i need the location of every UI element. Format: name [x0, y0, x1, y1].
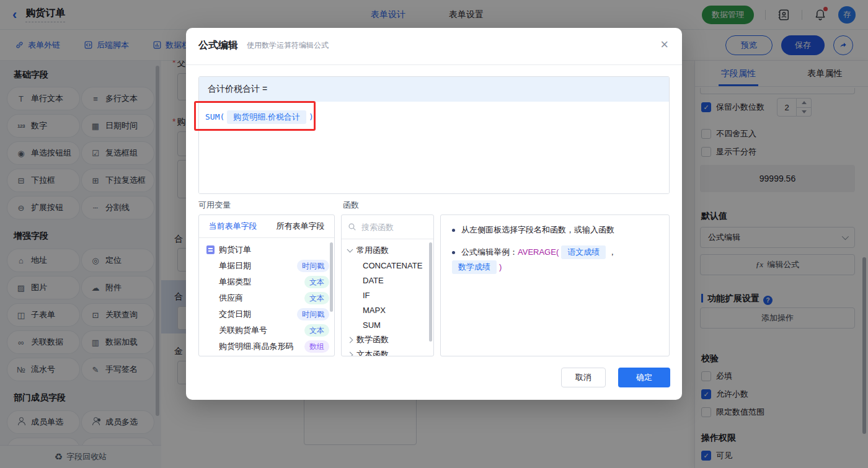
formula-input-area[interactable]: SUM(购货明细.价税合计) [199, 102, 669, 194]
function-group-math[interactable]: 数学函数 [342, 332, 433, 347]
type-badge: 数组 [304, 340, 329, 353]
functions-scrollbar[interactable] [429, 242, 432, 342]
type-badge: 文本 [304, 324, 329, 337]
variable-row[interactable]: 关联购货单号文本 [199, 322, 334, 338]
variable-row[interactable]: 供应商文本 [199, 290, 334, 306]
cancel-button[interactable]: 取消 [561, 368, 606, 387]
type-badge: 时间戳 [297, 308, 329, 320]
variables-scrollbar[interactable] [330, 242, 333, 312]
close-icon[interactable]: × [660, 38, 668, 51]
search-icon [348, 223, 356, 231]
help-example-token: 数学成绩 [452, 260, 497, 274]
bullet-icon [452, 251, 455, 254]
help-example-prefix: 公式编辑举例： [461, 245, 518, 260]
function-item[interactable]: CONCATENATE [342, 258, 433, 273]
formula-target: 合计价税合计 = [199, 77, 669, 102]
variable-row[interactable]: 购货明细.商品条形码数组 [199, 338, 334, 355]
variable-row[interactable]: 单据类型文本 [199, 274, 334, 290]
confirm-button[interactable]: 确定 [618, 368, 670, 387]
variables-tabs: 当前表单字段 所有表单字段 [199, 215, 334, 238]
formula-help-panel: 从左侧面板选择字段名和函数，或输入函数 公式编辑举例： AVERAGE( 语文成… [440, 214, 670, 356]
help-line-1: 从左侧面板选择字段名和函数，或输入函数 [461, 223, 614, 237]
variable-row[interactable]: 单据日期时间戳 [199, 258, 334, 274]
help-example-close: ) [499, 260, 502, 275]
type-badge: 文本 [304, 292, 329, 304]
type-badge: 时间戳 [297, 260, 329, 272]
modal-title: 公式编辑 [198, 39, 238, 52]
formula-edit-modal: 公式编辑 使用数学运算符编辑公式 × 合计价税合计 = SUM(购货明细.价税合… [186, 28, 682, 400]
variables-root[interactable]: 购货订单 [199, 242, 334, 258]
formula-function: SUM( [205, 112, 224, 121]
form-doc-icon [206, 245, 215, 254]
tab-all-form-fields[interactable]: 所有表单字段 [267, 215, 334, 237]
divider [186, 64, 682, 65]
bullet-icon [452, 229, 455, 232]
variables-panel: 当前表单字段 所有表单字段 购货订单 单据日期时间戳 单据类型文本 供应商文本 … [198, 214, 335, 356]
functions-label: 函数 [343, 200, 359, 211]
help-example-token: 语文成绩 [561, 245, 606, 259]
chevron-right-icon [347, 337, 353, 343]
help-example-function: AVERAGE( [518, 245, 559, 260]
tab-current-form-fields[interactable]: 当前表单字段 [199, 215, 267, 237]
formula-field-token[interactable]: 购货明细.价税合计 [227, 110, 306, 124]
function-search [342, 215, 433, 239]
function-item[interactable]: DATE [342, 273, 433, 288]
formula-close-paren: ) [309, 112, 314, 121]
formula-editor: 合计价税合计 = SUM(购货明细.价税合计) [198, 76, 670, 194]
function-item[interactable]: IF [342, 288, 433, 302]
chevron-down-icon [347, 247, 353, 253]
function-item[interactable]: MAPX [342, 302, 433, 317]
function-item[interactable]: SUM [342, 317, 433, 332]
search-input[interactable] [361, 223, 423, 232]
modal-subtitle: 使用数学运算符编辑公式 [247, 40, 329, 51]
chevron-right-icon [347, 351, 353, 356]
variable-row[interactable]: 交货日期时间戳 [199, 306, 334, 322]
functions-panel: 常用函数 CONCATENATE DATE IF MAPX SUM 数学函数 文… [341, 214, 434, 356]
type-badge: 文本 [304, 276, 329, 288]
function-group-text[interactable]: 文本函数 [342, 347, 433, 356]
function-group-common[interactable]: 常用函数 [342, 243, 433, 258]
variables-label: 可用变量 [198, 200, 231, 211]
